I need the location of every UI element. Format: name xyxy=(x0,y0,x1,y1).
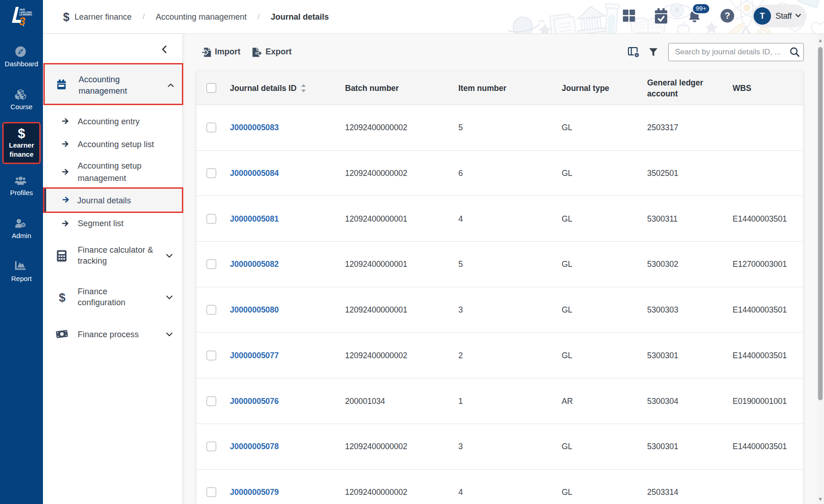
svg-text:?: ? xyxy=(724,11,730,21)
svg-text:3: 3 xyxy=(19,15,26,27)
